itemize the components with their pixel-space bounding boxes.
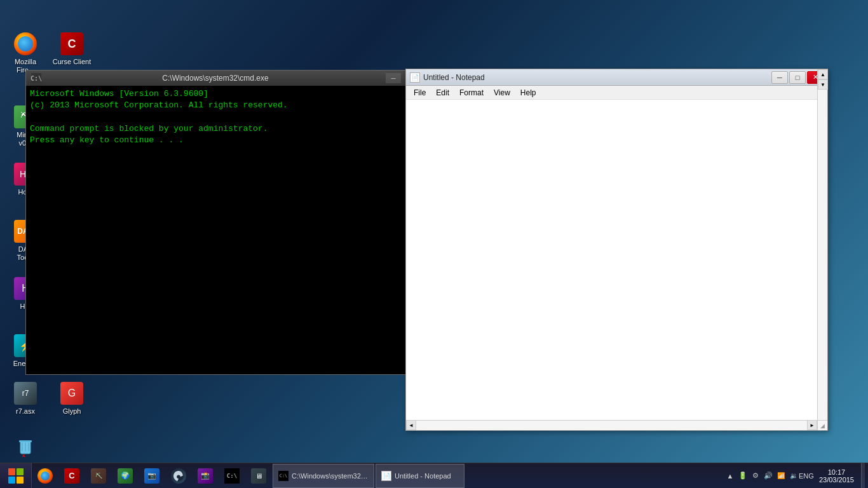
menu-help[interactable]: Help	[515, 87, 541, 98]
tray-arrow-icon[interactable]: ▲	[724, 470, 736, 482]
system-tray: ▲ 🔋 ⚙ 🔊 📶 🔉 ENG	[724, 470, 812, 482]
taskbar-app9-icon[interactable]: 🖥	[245, 463, 272, 489]
taskbar-notepad-app-label: Untitled - Notepad	[395, 472, 451, 480]
scroll-right-button[interactable]: ►	[807, 420, 817, 430]
notepad-window: 📄 Untitled - Notepad ─ □ ✕ File Edit For…	[405, 69, 828, 431]
cmd-window: C:\ C:\Windows\system32\cmd.exe ─ Micros…	[25, 70, 407, 375]
clock-time: 10:17	[828, 468, 846, 476]
notepad-minimize-button[interactable]: ─	[771, 71, 788, 84]
taskbar-curse-icon[interactable]: C	[58, 463, 85, 489]
menu-format[interactable]: Format	[454, 87, 489, 98]
curse-icon: C	[59, 31, 85, 57]
r7-label: r7.asx	[16, 407, 35, 416]
cmd-line-3	[30, 111, 402, 123]
cmd-titlebar: C:\ C:\Windows\system32\cmd.exe ─	[26, 71, 406, 86]
svg-text:✕: ✕	[22, 454, 25, 458]
notepad-menubar: File Edit Format View Help	[406, 86, 827, 100]
cmd-line-2: (c) 2013 Microsoft Corporation. All righ…	[30, 100, 402, 111]
notepad-titlebar: 📄 Untitled - Notepad ─ □ ✕	[406, 69, 827, 86]
clock-date: 23/03/2015	[819, 476, 854, 484]
notepad-maximize-button[interactable]: □	[789, 71, 806, 84]
tray-speaker-icon[interactable]: 🔊	[763, 470, 774, 482]
taskbar-app7-icon[interactable]: 📸	[192, 463, 219, 489]
cmd-minimize-button[interactable]: ─	[386, 73, 401, 83]
taskbar-pinned-icons: C ⛏ 🌍 📷 📸 C:\ 🖥	[32, 463, 272, 489]
taskbar-open-apps: C:\ C:\Windows\system32\cmd.exe 📄 Untitl…	[272, 463, 721, 489]
svg-rect-1	[19, 440, 32, 442]
tray-lang-label[interactable]: ENG	[801, 470, 812, 482]
recycle-icon: ✕	[13, 435, 38, 460]
desktop-icon-curse[interactable]: C Curse Client	[50, 29, 94, 69]
system-clock[interactable]: 10:17 23/03/2015	[814, 463, 859, 489]
notepad-window-controls: ─ □ ✕	[771, 71, 824, 84]
menu-file[interactable]: File	[409, 87, 431, 98]
menu-edit[interactable]: Edit	[431, 87, 454, 98]
taskbar-firefox-icon[interactable]	[32, 463, 58, 489]
cmd-window-icon: C:\	[31, 73, 41, 83]
r7-icon: r7	[13, 381, 38, 406]
notepad-scrollbar-horizontal[interactable]	[416, 420, 807, 430]
notepad-textarea[interactable]	[406, 100, 817, 420]
curse-label: Curse Client	[53, 58, 92, 66]
tray-volume-icon[interactable]: 🔉	[788, 470, 799, 482]
glyph-icon: G	[59, 381, 85, 406]
menu-view[interactable]: View	[489, 87, 515, 98]
taskbar-app4-icon[interactable]: 🌍	[112, 463, 139, 489]
tray-settings-icon[interactable]: ⚙	[750, 470, 761, 482]
cmd-line-1: Microsoft Windows [Version 6.3.9600]	[30, 88, 402, 100]
taskbar-right: ▲ 🔋 ⚙ 🔊 📶 🔉 ENG 10:17 23/03/2015	[721, 463, 868, 489]
notepad-main-area: ▲ ▼	[406, 100, 827, 420]
cmd-line-5: Press any key to continue . . .	[30, 135, 402, 146]
notepad-sizegrip[interactable]: ◢	[817, 420, 827, 430]
taskbar-notepad-app[interactable]: 📄 Untitled - Notepad	[376, 464, 465, 488]
notepad-bottom-bar: ◄ ► ◢	[406, 420, 827, 430]
cmd-window-controls: ─	[386, 73, 401, 83]
taskbar-app5-icon[interactable]: 📷	[139, 463, 165, 489]
cmd-title: C:\Windows\system32\cmd.exe	[45, 74, 386, 83]
notepad-title: Untitled - Notepad	[423, 73, 771, 82]
windows-logo-icon	[8, 468, 24, 484]
taskbar-cmd-app[interactable]: C:\ C:\Windows\system32\cmd.exe	[273, 464, 374, 488]
tray-network-bars-icon[interactable]: 📶	[775, 470, 787, 482]
taskbar-mine-icon[interactable]: ⛏	[85, 463, 112, 489]
scroll-left-button[interactable]: ◄	[406, 420, 416, 430]
taskbar-steam-icon[interactable]	[165, 463, 192, 489]
notepad-window-icon: 📄	[410, 72, 420, 83]
taskbar-cmd-app-label: C:\Windows\system32\cmd.exe	[292, 472, 369, 480]
taskbar-cmd-app-icon: C:\	[278, 471, 288, 481]
taskbar: C ⛏ 🌍 📷 📸 C:\ 🖥	[0, 463, 868, 488]
cmd-content[interactable]: Microsoft Windows [Version 6.3.9600] (c)…	[26, 86, 406, 374]
show-desktop-button[interactable]	[861, 463, 865, 489]
cmd-line-4: Command prompt is blocked by your admini…	[30, 123, 402, 135]
mozilla-icon	[13, 31, 38, 57]
taskbar-cmd-icon[interactable]: C:\	[219, 463, 245, 489]
tray-battery-icon[interactable]: 🔋	[737, 470, 749, 482]
desktop-icon-glyph[interactable]: G Glyph	[50, 378, 94, 418]
desktop-icon-r7[interactable]: r7 r7.asx	[3, 378, 48, 418]
glyph-label: Glyph	[63, 407, 81, 416]
taskbar-notepad-app-icon: 📄	[381, 471, 391, 481]
notepad-scrollbar-vertical[interactable]: ▲ ▼	[817, 100, 827, 420]
start-button[interactable]	[0, 463, 32, 489]
